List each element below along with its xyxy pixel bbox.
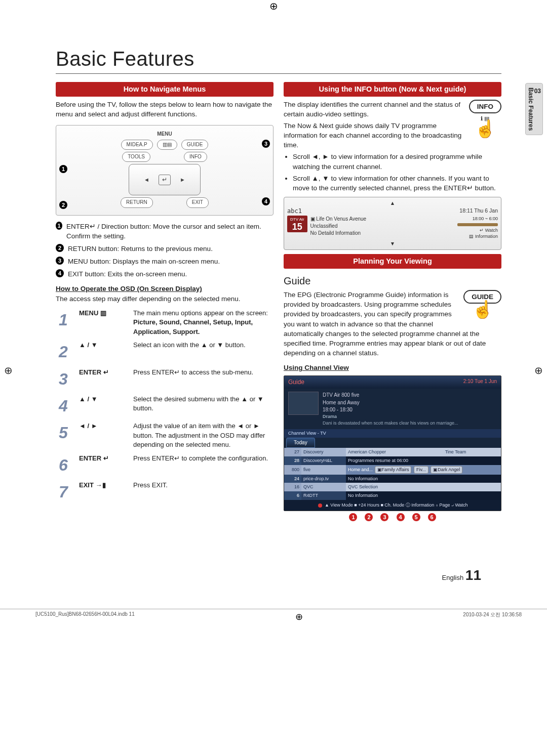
nn-channel-box: DTV Air 15: [287, 216, 307, 232]
epg-info-title: DTV Air 800 five: [323, 392, 458, 399]
info-bullet: Scroll ▲, ▼ to view information for othe…: [293, 174, 501, 193]
page-title: Basic Features: [56, 48, 522, 70]
step-desc: The main menu options appear on the scre…: [133, 309, 268, 317]
remote-btn-info: INFO: [184, 152, 207, 162]
title-rule: [56, 73, 501, 74]
epg-info-sub: Home and Away: [323, 399, 458, 406]
epg-ch-num: 24: [284, 475, 301, 483]
print-footer-right: 2010-03-24 오전 10:36:58: [463, 611, 522, 622]
remote-dpad: ◄ ↵ ►: [129, 164, 201, 195]
step-label: ▲ / ▼: [76, 393, 130, 419]
osd-heading: How to Operate the OSD (On Screen Displa…: [56, 284, 274, 293]
step-num: 4: [56, 393, 76, 419]
info-bullet: Scroll ◄, ► to view information for a de…: [293, 152, 501, 171]
remote-btn-tools: TOOLS: [122, 152, 150, 162]
remote-btn-mideap: MIDEA.P: [121, 140, 153, 150]
epg-info-time: 18:00 - 18:30: [323, 406, 458, 413]
callout-num: 3: [56, 257, 64, 265]
epg-thumbnail: [288, 392, 319, 415]
epg-ch-num: 16: [284, 483, 301, 491]
epg-ch-name: QVC: [301, 483, 346, 491]
side-tab-number: 03: [534, 88, 541, 95]
step-bold: Picture, Sound, Channel, Setup, Input, A…: [133, 318, 253, 335]
remote-btn-exit: EXIT: [186, 197, 209, 207]
epg-legend-numbers: 1 2 3 4 5 6: [284, 512, 501, 522]
remote-diagram: MENU MIDEA.P ▥▤ GUIDE 3 TOOLS INFO 1 ◄: [56, 125, 274, 216]
epg-ch-name: price-drop.tv: [301, 475, 346, 483]
side-tab: 03 Basic Features: [525, 83, 543, 135]
callout-num: 4: [56, 269, 64, 277]
nn-hint-watch: ↵ Watch: [457, 227, 498, 234]
epg-legend: ▲ View Mode ■ +24 Hours ■ Ch. Mode ⓘ Inf…: [284, 500, 501, 511]
epg-screenshot: Guide 2:10 Tue 1 Jun DTV Air 800 five Ho…: [284, 375, 501, 511]
left-column: How to Navigate Menus Before using the T…: [56, 80, 274, 522]
remote-menu-label: MENU: [60, 131, 269, 138]
nn-channel-head: abc1: [287, 207, 302, 216]
hand-icon: ☝: [472, 300, 493, 319]
callout-text: RETURN button: Returns to the previous m…: [68, 244, 213, 254]
info-button-illustration: INFO ℹ ▤ ☝: [469, 100, 501, 137]
callout-text: EXIT button: Exits the on-screen menu.: [68, 269, 187, 279]
callout-list: 1 ENTER↵ / Direction button: Move the cu…: [56, 222, 274, 279]
epg-title: Guide: [288, 378, 304, 387]
dpad-enter-icon: ↵: [159, 175, 171, 185]
step-label: MENU ▥: [76, 307, 130, 339]
nn-line2: No Detaild Information: [310, 230, 457, 237]
osd-note: The access step may differ depending on …: [56, 294, 274, 304]
heading-navigate: How to Navigate Menus: [56, 82, 274, 97]
footer-page-num: 11: [465, 567, 481, 583]
epg-section: Channel View - TV: [284, 429, 501, 438]
info-button-label: INFO: [469, 100, 501, 113]
epg-ch-name: five: [301, 465, 346, 475]
step-num: 2: [56, 339, 76, 365]
callout-num: 2: [56, 244, 64, 252]
remote-btn-menu: ▥▤: [157, 140, 177, 150]
page-footer: English 11: [25, 567, 481, 583]
now-next-preview: ▲ abc1 18:11 Thu 6 Jan DTV Air 15 ▣ Life…: [284, 197, 501, 250]
print-footer-left: [UC5100_Rus]BN68-02656H-00L04.indb 11: [35, 611, 135, 622]
nav-intro: Before using the TV, follow the steps be…: [56, 100, 274, 119]
heading-planning: Planning Your Viewing: [284, 254, 501, 269]
step-desc: Press EXIT.: [130, 479, 274, 506]
epg-prog: Programmes resume at 06:00: [346, 456, 501, 465]
remote-btn-guide: GUIDE: [181, 140, 209, 150]
heading-info: Using the INFO button (Now & Next guide): [284, 82, 501, 97]
epg-ch-num: 800: [284, 465, 301, 475]
callout-text: ENTER↵ / Direction button: Move the curs…: [66, 222, 274, 241]
nn-hint-info: ▤ Information: [457, 233, 498, 240]
epg-ch-name: DiscoveryH&L: [301, 456, 346, 465]
step-desc: Adjust the value of an item with the ◄ o…: [130, 419, 274, 451]
hand-icon: ☝: [475, 119, 496, 138]
callout-3-marker: 3: [262, 140, 270, 148]
using-channel-view: Using Channel View: [284, 363, 501, 372]
side-tab-label: Basic Features: [527, 88, 534, 131]
epg-clock: 2:10 Tue 1 Jun: [463, 378, 497, 387]
epg-ch-num: 28: [284, 456, 301, 465]
epg-ch-name: R4DTT: [301, 491, 346, 500]
nn-ch-num: 15: [290, 222, 304, 231]
callout-2-marker: 2: [59, 201, 67, 209]
epg-prog: Home and... ▣Family Affairs Fiv... ▣Dark…: [346, 465, 501, 475]
right-column: Using the INFO button (Now & Next guide)…: [284, 80, 501, 522]
step-label: ◄ / ►: [76, 419, 130, 451]
epg-prog: No Information: [346, 491, 501, 500]
step-desc: Press ENTER↵ to access the sub-menu.: [130, 366, 274, 393]
dpad-left-icon: ◄: [144, 176, 149, 184]
epg-info-desc: Dani is devastated when scott makes clea…: [323, 420, 458, 427]
nn-prog: Life On Venus Avenue: [316, 216, 366, 222]
epg-tab-today: Today: [286, 438, 315, 448]
print-footer: [UC5100_Rus]BN68-02656H-00L04.indb 11 ⊕ …: [0, 609, 547, 622]
step-label: EXIT →▮: [76, 479, 130, 506]
step-num: 7: [56, 479, 76, 506]
crop-mark-top: ⊕: [0, 0, 547, 12]
nn-clock: 18:11 Thu 6 Jan: [459, 207, 498, 215]
guide-heading: Guide: [284, 274, 501, 288]
epg-ch-num: 27: [284, 448, 301, 456]
crop-mark-bottom: ⊕: [295, 611, 303, 622]
step-desc: Press ENTER↵ to complete the configurati…: [130, 452, 274, 479]
step-desc: Select an icon with the ▲ or ▼ button.: [130, 339, 274, 365]
step-label: ▲ / ▼: [76, 339, 130, 365]
remote-btn-return: RETURN: [121, 197, 153, 207]
step-num: 3: [56, 366, 76, 393]
epg-prog: American Chopper: [346, 448, 443, 456]
